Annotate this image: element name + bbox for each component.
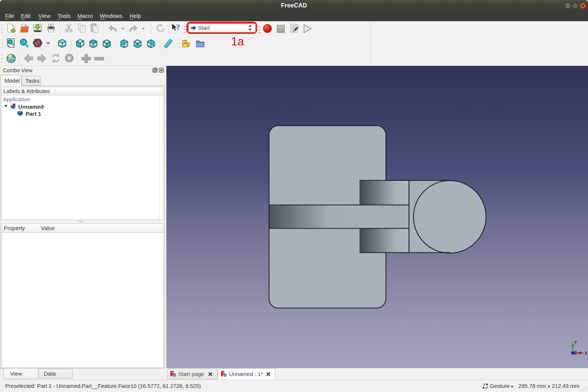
svg-text:X: X bbox=[585, 351, 587, 356]
svg-text:Y: Y bbox=[574, 340, 577, 345]
svg-text:Z: Z bbox=[574, 351, 577, 356]
svg-text:?: ? bbox=[176, 23, 180, 32]
